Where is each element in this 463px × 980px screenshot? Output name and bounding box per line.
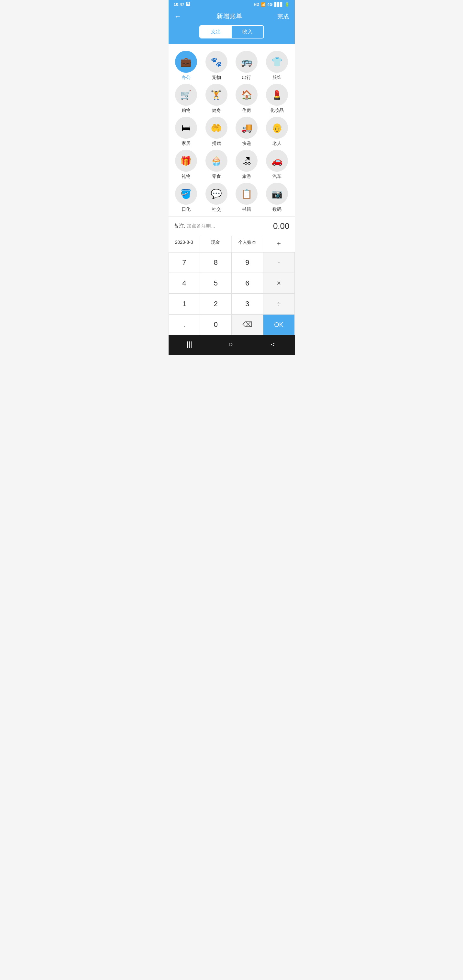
- calc-btn-0[interactable]: 0: [200, 314, 232, 335]
- category-label-travel: 旅游: [242, 173, 251, 180]
- category-label-office: 办公: [182, 75, 191, 81]
- calc-btn-6[interactable]: 6: [232, 273, 263, 294]
- category-icon-clothing: 👕: [266, 51, 288, 73]
- category-icon-shopping: 🛒: [175, 84, 197, 106]
- status-time: 10:47 🖼: [174, 2, 190, 7]
- category-icon-daily: 🪣: [175, 183, 197, 205]
- category-icon-express: 🚚: [236, 117, 257, 139]
- category-icon-social: 💬: [206, 183, 227, 205]
- category-item-donate[interactable]: 🤲捐赠: [202, 117, 231, 146]
- category-item-fitness[interactable]: 🏋健身: [202, 84, 231, 113]
- category-icon-transport: 🚌: [236, 51, 257, 73]
- category-icon-book: 📋: [236, 183, 257, 205]
- status-icons: HD 📶 4G ▋▋▋ 🔋: [254, 2, 289, 7]
- category-item-shopping[interactable]: 🛒购物: [172, 84, 201, 113]
- category-item-transport[interactable]: 🚌出行: [232, 51, 261, 81]
- calc-btn-5[interactable]: 5: [200, 273, 232, 294]
- category-label-express: 快递: [242, 141, 251, 146]
- battery-icon: 🔋: [285, 2, 290, 7]
- calc-btn-7[interactable]: 7: [169, 252, 200, 273]
- wifi-icon: 📶: [261, 2, 266, 7]
- category-icon-gift: 🎁: [175, 150, 197, 172]
- category-item-express[interactable]: 🚚快递: [232, 117, 261, 146]
- category-icon-housing: 🏠: [236, 84, 257, 106]
- category-item-travel[interactable]: 🏖旅游: [232, 150, 261, 180]
- category-label-snack: 零食: [212, 173, 221, 180]
- calc-btn-÷[interactable]: ÷: [263, 294, 295, 314]
- nav-back[interactable]: ＜: [263, 338, 283, 350]
- category-icon-home: 🛏: [175, 117, 197, 139]
- calc-account[interactable]: 个人账本: [232, 236, 263, 252]
- status-bar: 10:47 🖼 HD 📶 4G ▋▋▋ 🔋: [169, 0, 295, 9]
- category-item-home[interactable]: 🛏家居: [172, 117, 201, 146]
- category-label-housing: 住房: [242, 108, 251, 113]
- calc-btn-8[interactable]: 8: [200, 252, 232, 273]
- tab-group: 支出 收入: [199, 25, 264, 38]
- calc-btn-2[interactable]: 2: [200, 294, 232, 314]
- category-label-elder: 老人: [272, 141, 281, 146]
- calc-btn--[interactable]: -: [263, 252, 295, 273]
- category-item-office[interactable]: 💼办公: [172, 51, 201, 81]
- category-item-clothing[interactable]: 👕服饰: [263, 51, 292, 81]
- category-icon-cosmetics: 💄: [266, 84, 288, 106]
- category-icon-car: 🚗: [266, 150, 288, 172]
- category-item-gift[interactable]: 🎁礼物: [172, 150, 201, 180]
- category-label-clothing: 服饰: [272, 75, 281, 81]
- calc-btn-backspace[interactable]: ⌫: [232, 314, 263, 335]
- category-item-cosmetics[interactable]: 💄化妆品: [263, 84, 292, 113]
- category-item-book[interactable]: 📋书籍: [232, 183, 261, 212]
- back-button[interactable]: ←: [174, 12, 182, 21]
- category-icon-digital: 📷: [266, 183, 288, 205]
- category-item-car[interactable]: 🚗汽车: [263, 150, 292, 180]
- category-icon-elder: 👴: [266, 117, 288, 139]
- category-icon-travel: 🏖: [236, 150, 257, 172]
- calc-btn-×[interactable]: ×: [263, 273, 295, 294]
- category-item-housing[interactable]: 🏠住房: [232, 84, 261, 113]
- tab-switcher: 支出 收入: [169, 25, 295, 44]
- category-label-transport: 出行: [242, 75, 251, 81]
- calc-btn-1[interactable]: 1: [169, 294, 200, 314]
- header: ← 新增账单 完成: [169, 9, 295, 25]
- tab-expense[interactable]: 支出: [200, 26, 232, 38]
- done-button[interactable]: 完成: [277, 13, 289, 21]
- calc-payment[interactable]: 现金: [200, 236, 232, 252]
- calc-btn-4[interactable]: 4: [169, 273, 200, 294]
- category-item-elder[interactable]: 👴老人: [263, 117, 292, 146]
- calc-date[interactable]: 2023-8-3: [169, 236, 200, 252]
- tab-income[interactable]: 收入: [232, 26, 263, 38]
- amount-display: 0.00: [273, 221, 290, 231]
- calc-btn-ok[interactable]: OK: [263, 314, 295, 335]
- calc-btn-3[interactable]: 3: [232, 294, 263, 314]
- category-label-pet: 宠物: [212, 75, 221, 81]
- category-item-social[interactable]: 💬社交: [202, 183, 231, 212]
- remark-label: 备注:: [174, 223, 185, 229]
- calc-add-button[interactable]: +: [263, 236, 295, 252]
- category-icon-fitness: 🏋: [206, 84, 227, 106]
- category-grid: 💼办公🐾宠物🚌出行👕服饰🛒购物🏋健身🏠住房💄化妆品🛏家居🤲捐赠🚚快递👴老人🎁礼物…: [169, 44, 295, 216]
- category-label-cosmetics: 化妆品: [270, 108, 284, 113]
- category-label-gift: 礼物: [182, 173, 191, 180]
- nav-home[interactable]: ○: [222, 339, 239, 350]
- category-label-social: 社交: [212, 207, 221, 212]
- category-icon-donate: 🤲: [206, 117, 227, 139]
- category-label-donate: 捐赠: [212, 141, 221, 146]
- category-label-shopping: 购物: [182, 108, 191, 113]
- image-icon: 🖼: [186, 2, 190, 7]
- category-item-snack[interactable]: 🧁零食: [202, 150, 231, 180]
- category-item-daily[interactable]: 🪣日化: [172, 183, 201, 212]
- nav-recents[interactable]: |||: [180, 339, 199, 350]
- remark-row: 备注: 加点备注呗... 0.00: [169, 216, 295, 236]
- calculator: 2023-8-3 现金 个人账本 + 789-456×123÷.0⌫OK: [169, 236, 295, 335]
- category-label-book: 书籍: [242, 207, 251, 212]
- bottom-nav: ||| ○ ＜: [169, 335, 295, 355]
- category-icon-pet: 🐾: [206, 51, 227, 73]
- hd-indicator: HD: [254, 2, 259, 7]
- category-item-pet[interactable]: 🐾宠物: [202, 51, 231, 81]
- remark-placeholder[interactable]: 加点备注呗...: [187, 223, 215, 229]
- calc-btn-.[interactable]: .: [169, 314, 200, 335]
- time-display: 10:47: [174, 2, 184, 7]
- category-label-fitness: 健身: [212, 108, 221, 113]
- calc-btn-9[interactable]: 9: [232, 252, 263, 273]
- category-icon-office: 💼: [175, 51, 197, 73]
- category-item-digital[interactable]: 📷数码: [263, 183, 292, 212]
